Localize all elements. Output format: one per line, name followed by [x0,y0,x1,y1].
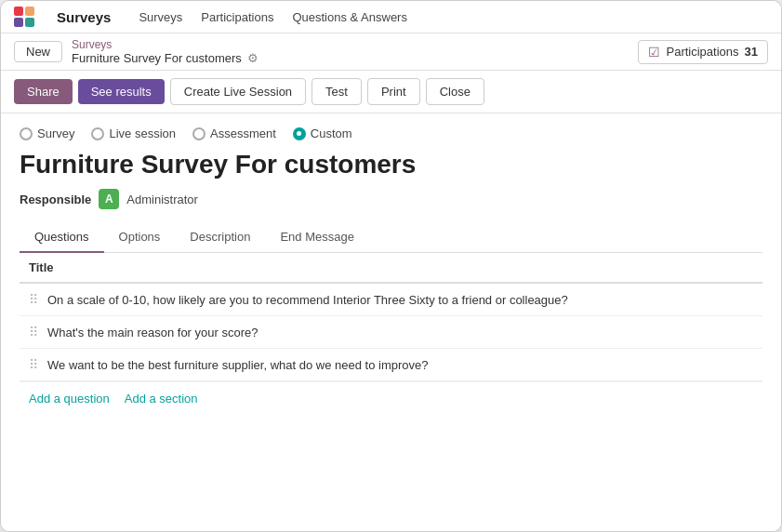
logo-square-purple [14,18,23,27]
print-button[interactable]: Print [367,78,420,105]
see-results-button[interactable]: See results [78,79,165,104]
avatar: A [99,189,119,209]
action-toolbar: Share See results Create Live Session Te… [1,71,781,113]
create-live-session-button[interactable]: Create Live Session [170,78,306,105]
app-name: Surveys [57,9,111,25]
breadcrumb-parent[interactable]: Surveys [72,38,258,51]
share-button[interactable]: Share [14,79,73,104]
top-nav: Surveys Surveys Participations Questions… [1,1,781,33]
participations-label: Participations [666,45,738,59]
radio-circle-live-session [91,127,104,140]
tab-description[interactable]: Description [175,222,265,253]
participations-badge[interactable]: ☑ Participations 31 [638,40,768,64]
nav-participations[interactable]: Participations [201,10,273,24]
breadcrumb: Surveys Furniture Survey For customers ⚙ [72,38,258,65]
add-question-link[interactable]: Add a question [29,392,110,406]
responsible-label: Responsible [20,193,91,206]
test-button[interactable]: Test [311,78,362,105]
nav-qa[interactable]: Questions & Answers [292,10,407,24]
sub-header: New Surveys Furniture Survey For custome… [1,33,781,71]
row-text-3[interactable]: We want to be the best furniture supplie… [47,358,753,372]
check-icon: ☑ [648,45,660,60]
responsible-row: Responsible A Administrator [20,189,762,209]
drag-handle-1[interactable]: ⠿ [29,292,38,307]
logo-square-orange [25,7,34,16]
close-button[interactable]: Close [426,78,484,105]
drag-handle-3[interactable]: ⠿ [29,357,38,372]
table-row: ⠿ We want to be the best furniture suppl… [20,349,762,381]
tab-questions[interactable]: Questions [20,222,104,253]
table-header-title: Title [20,253,762,283]
radio-live-session[interactable]: Live session [91,126,176,140]
radio-circle-survey [20,127,33,140]
add-section-link[interactable]: Add a section [125,392,198,406]
sub-header-left: New Surveys Furniture Survey For custome… [14,38,258,65]
table-row: ⠿ On a scale of 0-10, how likely are you… [20,284,762,316]
new-button[interactable]: New [14,41,62,62]
breadcrumb-current: Furniture Survey For customers ⚙ [72,51,258,65]
tab-options[interactable]: Options [104,222,176,253]
main-content: Survey Live session Assessment Custom Fu… [1,113,781,531]
radio-custom[interactable]: Custom [293,126,352,140]
app-window: Surveys Surveys Participations Questions… [0,0,782,532]
survey-title[interactable]: Furniture Survey For customers [20,150,762,180]
responsible-name: Administrator [126,193,198,206]
nav-surveys[interactable]: Surveys [139,10,182,24]
app-logo [14,7,34,27]
drag-handle-2[interactable]: ⠿ [29,325,38,339]
survey-type-row: Survey Live session Assessment Custom [20,126,762,140]
gear-icon[interactable]: ⚙ [247,51,258,65]
radio-circle-assessment [192,127,205,140]
radio-survey[interactable]: Survey [20,126,74,140]
table-row: ⠿ What's the main reason for your score? [20,316,762,349]
logo-square-teal [25,18,34,27]
row-text-1[interactable]: On a scale of 0-10, how likely are you t… [47,293,753,307]
row-text-2[interactable]: What's the main reason for your score? [47,326,753,339]
participations-count: 31 [745,45,758,59]
tabs: Questions Options Description End Messag… [20,222,762,253]
tab-end-message[interactable]: End Message [265,222,369,253]
radio-circle-custom [293,127,306,140]
footer-links: Add a question Add a section [20,381,762,415]
radio-assessment[interactable]: Assessment [192,126,276,140]
logo-square-red [14,7,23,16]
